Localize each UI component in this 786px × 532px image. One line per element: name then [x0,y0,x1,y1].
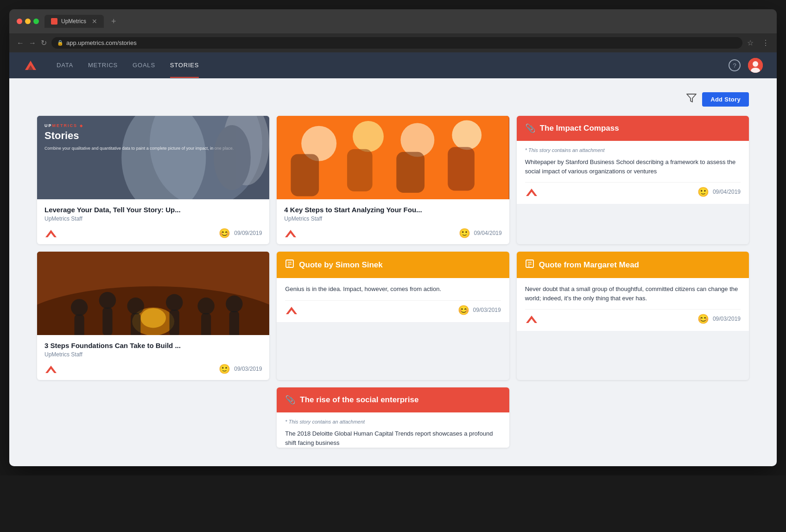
card-header-simon-sinek: Quote by Simon Sinek [277,252,509,278]
svg-point-10 [353,121,384,152]
nav-goals[interactable]: GOALS [133,53,155,78]
svg-rect-28 [131,313,140,335]
card-image-kids [277,116,509,199]
card-header-social-enterprise: 📎 The rise of the social enterprise [277,387,509,412]
back-button[interactable]: ← [17,39,24,47]
card-title-simon-sinek: Quote by Simon Sinek [299,260,382,270]
card-body-leverage: Leverage Your Data, Tell Your Story: Up.… [37,199,269,244]
attachment-note-social: * This story contains an attachment [285,419,501,424]
browser-tab[interactable]: UpMetrics ✕ [44,15,104,28]
stories-grid: UPMETRICS ◆ Stories Combine your qualita… [37,116,749,380]
card-body-social-enterprise: * This story contains an attachment The … [277,412,509,448]
upmetrics-logo-margaret-mead [525,314,538,324]
close-button[interactable] [17,19,22,24]
story-card-impact-compass[interactable]: 📎 The Impact Compass * This story contai… [517,116,749,244]
story-card-simon-sinek[interactable]: Quote by Simon Sinek Genius is in the id… [277,252,509,380]
card-title-leverage: Leverage Your Data, Tell Your Story: Up.… [44,206,262,214]
upmetrics-logo-four-steps [284,228,297,238]
story-card-four-steps[interactable]: 4 Key Steps to Start Analyzing Your Fou.… [277,116,509,244]
svg-point-33 [226,296,242,312]
upmetrics-logo-impact-compass [525,187,538,197]
nav-metrics[interactable]: METRICS [88,53,118,78]
paperclip-icon-social: 📎 [285,395,295,405]
bookmark-icon[interactable]: ☆ [747,38,754,47]
svg-point-11 [401,123,435,157]
svg-rect-26 [102,307,112,335]
nav-stories[interactable]: STORIES [170,53,199,78]
upmetrics-logo-simon-sinek [285,305,298,315]
page-toolbar: Add Story [37,88,749,107]
story-card-foundations[interactable]: 3 Steps Foundations Can Take to Build ..… [37,252,269,380]
address-bar[interactable]: 🔒 app.upmetrics.com/stories [51,37,742,49]
card-desc-simon-sinek: Genius is in the idea. Impact, however, … [285,285,501,294]
browser-window: UpMetrics ✕ + ← → ↻ 🔒 app.upmetrics.com/… [9,9,777,466]
card-footer-impact-compass: 🙂 09/04/2019 [525,182,741,197]
svg-point-3 [753,61,758,67]
quote-icon-margaret [525,259,534,271]
svg-marker-7 [45,230,57,237]
user-avatar[interactable] [748,58,763,73]
card-date-group-foundations: 🙂 09/03/2019 [219,363,262,374]
stories-row-partial: 📎 The rise of the social enterprise * Th… [37,387,749,448]
menu-icon[interactable]: ⋮ [762,38,769,47]
maximize-button[interactable] [33,19,39,24]
card-title-social-enterprise: The rise of the social enterprise [300,395,418,405]
card-header-margaret-mead: Quote from Margaret Mead [517,252,749,278]
svg-marker-45 [526,316,537,323]
card-footer-simon-sinek: 😊 09/03/2019 [285,300,501,316]
svg-rect-13 [291,154,319,196]
new-tab-button[interactable]: + [111,17,116,26]
svg-point-29 [166,294,183,311]
card-title-foundations: 3 Steps Foundations Can Take to Build ..… [44,342,262,349]
svg-point-27 [127,298,144,314]
card-date-simon-sinek: 09/03/2019 [473,307,501,313]
svg-marker-40 [286,307,297,314]
story-card-leverage[interactable]: UPMETRICS ◆ Stories Combine your qualita… [37,116,269,244]
browser-titlebar: UpMetrics ✕ + [9,9,777,33]
app-logo[interactable] [23,57,57,74]
svg-marker-18 [526,189,537,196]
page-content: Add Story UPMETRICS ◆ Stories Combine yo… [9,78,777,466]
add-story-button[interactable]: Add Story [702,92,749,107]
nav-links: DATA METRICS GOALS STORIES [57,53,729,78]
card-date-foundations: 09/03/2019 [234,366,262,372]
card-desc-impact-compass: Whitepaper by Stanford Business School d… [525,158,741,176]
card-date-four-steps: 09/04/2019 [474,230,502,236]
nav-data[interactable]: DATA [57,53,73,78]
card-footer-foundations: 🙂 09/03/2019 [44,363,262,374]
app-wrapper: DATA METRICS GOALS STORIES ? [9,52,777,466]
svg-rect-14 [347,149,373,191]
browser-addressbar: ← → ↻ 🔒 app.upmetrics.com/stories ☆ ⋮ [9,33,777,52]
app-nav: DATA METRICS GOALS STORIES ? [9,52,777,78]
smiley-icon-margaret-mead: 😊 [697,313,709,324]
help-button[interactable]: ? [729,59,741,71]
smiley-icon-simon-sinek: 😊 [458,304,469,316]
filter-button[interactable] [686,94,697,105]
svg-point-25 [99,292,116,309]
minimize-button[interactable] [25,19,31,24]
card-author-four-steps: UpMetrics Staff [284,215,501,222]
story-card-social-enterprise[interactable]: 📎 The rise of the social enterprise * Th… [277,387,509,448]
forward-button[interactable]: → [29,39,36,47]
story-card-margaret-mead[interactable]: Quote from Margaret Mead Never doubt tha… [517,252,749,380]
svg-rect-32 [201,313,211,335]
tab-close-button[interactable]: ✕ [92,18,97,25]
window-controls [17,19,39,24]
brand-dot: ◆ [80,124,83,128]
attachment-note-impact-compass: * This story contains an attachment [525,147,741,153]
card-body-margaret-mead: Never doubt that a small group of though… [517,278,749,331]
card-header-impact-compass: 📎 The Impact Compass [517,116,749,141]
smiley-icon-impact-compass: 🙂 [697,186,709,197]
url-text: app.upmetrics.com/stories [66,39,137,46]
svg-point-6 [214,125,251,190]
card-footer-four-steps: 🙂 09/04/2019 [284,228,501,239]
svg-marker-17 [285,230,296,237]
card-body-simon-sinek: Genius is in the idea. Impact, however, … [277,278,509,322]
reload-button[interactable]: ↻ [41,38,47,47]
tab-label: UpMetrics [61,18,86,25]
svg-marker-35 [45,366,57,373]
card-image-group [37,252,269,335]
card-date-group-leverage: 😊 09/09/2019 [219,228,262,239]
paperclip-icon: 📎 [525,123,535,133]
card-date-group-four-steps: 🙂 09/04/2019 [459,228,502,239]
